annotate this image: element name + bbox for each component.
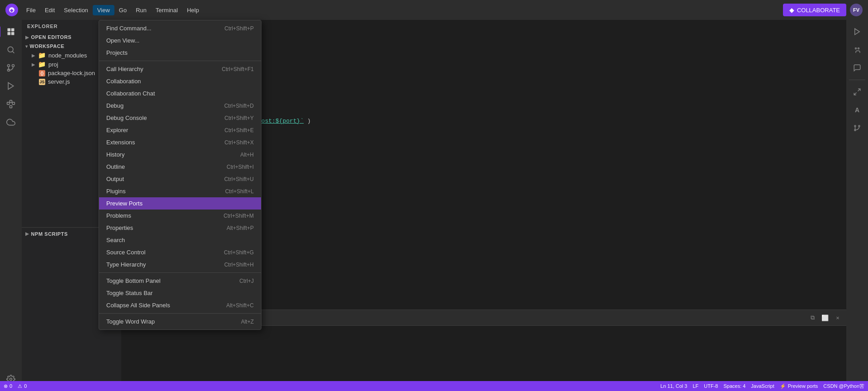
menu-terminal[interactable]: Terminal <box>151 5 182 15</box>
status-bar-right: Ln 11, Col 3 LF UTF-8 Spaces: 4 JavaScri… <box>660 383 864 390</box>
svg-point-6 <box>8 47 13 52</box>
node-modules-label: node_modules <box>48 52 87 59</box>
menu-output[interactable]: Output Ctrl+Shift+U <box>99 173 261 185</box>
status-cursor[interactable]: Ln 11, Col 3 <box>660 383 687 389</box>
svg-point-23 <box>859 125 860 127</box>
terminal-actions: ⧉ ⬜ × <box>807 313 843 323</box>
status-language[interactable]: JavaScript <box>751 383 774 389</box>
terminal-maximize-button[interactable]: ⬜ <box>820 313 830 323</box>
status-encoding[interactable]: UTF-8 <box>704 383 718 389</box>
right-resize-icon[interactable] <box>849 84 865 100</box>
collaborate-button[interactable]: ◆ COLLABORATE <box>783 4 846 16</box>
activity-explorer[interactable] <box>3 24 19 40</box>
menu-type-hierarchy[interactable]: Type Hierarchy Ctrl+Shift+H <box>99 258 261 271</box>
status-line-endings[interactable]: LF <box>693 383 698 389</box>
right-divider <box>849 80 865 80</box>
menu-toggle-bottom-panel[interactable]: Toggle Bottom Panel Ctrl+J <box>99 275 261 287</box>
error-count: 0 <box>9 383 12 389</box>
status-bar-left: ⊗ 0 ⚠ 0 <box>4 383 27 389</box>
line-endings: LF <box>693 383 698 389</box>
menu-problems[interactable]: Problems Ctrl+Shift+M <box>99 210 261 222</box>
terminal-split-button[interactable]: ⧉ <box>807 313 817 323</box>
svg-line-7 <box>13 52 14 53</box>
terminal-close-button[interactable]: × <box>833 313 843 323</box>
menu-projects[interactable]: Projects <box>99 47 261 59</box>
title-bar: ◆ File Edit Selection View Go Run Termin… <box>0 0 868 20</box>
menu-source-control[interactable]: Source Control Ctrl+Shift+G <box>99 246 261 258</box>
activity-source-control[interactable] <box>3 60 19 76</box>
right-git-icon[interactable] <box>849 120 865 136</box>
menu-properties[interactable]: Properties Alt+Shift+P <box>99 222 261 234</box>
menu-find-command[interactable]: Find Command... Ctrl+Shift+P <box>99 22 261 34</box>
menu-debug-console[interactable]: Debug Console Ctrl+Shift+Y <box>99 112 261 124</box>
chevron-right-icon: ▶ <box>32 53 35 58</box>
menu-toggle-word-wrap[interactable]: Toggle Word Wrap Alt+Z <box>99 315 261 328</box>
menu-go[interactable]: Go <box>114 5 131 15</box>
menu-history[interactable]: History Alt+H <box>99 148 261 161</box>
status-indentation[interactable]: Spaces: 4 <box>723 383 745 389</box>
status-preview-ports[interactable]: ⚡ Preview ports <box>780 383 818 389</box>
right-font-icon[interactable]: A <box>849 102 865 118</box>
activity-bar <box>0 20 22 391</box>
avatar[interactable]: FV <box>850 4 863 16</box>
chevron-right-icon: ▶ <box>25 35 29 40</box>
svg-line-20 <box>858 89 860 91</box>
error-icon: ⊗ <box>4 383 8 389</box>
svg-point-22 <box>854 125 856 127</box>
menu-outline[interactable]: Outline Ctrl+Shift+I <box>99 161 261 173</box>
right-comment-icon[interactable] <box>849 60 865 76</box>
activity-search[interactable] <box>3 42 19 58</box>
menu-search[interactable]: Search <box>99 234 261 246</box>
menu-divider-2 <box>99 272 261 273</box>
menu-open-view[interactable]: Open View... <box>99 34 261 47</box>
activity-extensions[interactable] <box>3 96 19 112</box>
menu-selection[interactable]: Selection <box>59 5 92 15</box>
status-csdn[interactable]: CSDN @Python苦 <box>823 383 864 390</box>
right-broadcast-icon[interactable] <box>849 24 865 40</box>
collaborate-icon: ◆ <box>789 6 794 14</box>
status-errors[interactable]: ⊗ 0 <box>4 383 12 389</box>
app-logo: ◆ <box>5 4 18 16</box>
menu-toggle-status-bar[interactable]: Toggle Status Bar <box>99 287 261 299</box>
npm-scripts-label: NPM SCRIPTS <box>31 231 68 237</box>
svg-rect-4 <box>8 32 11 35</box>
activity-cloud[interactable] <box>3 114 19 130</box>
menu-debug[interactable]: Debug Ctrl+Shift+D <box>99 100 261 112</box>
svg-rect-15 <box>10 105 12 108</box>
chevron-right-icon: ▶ <box>32 62 35 67</box>
menu-preview-ports[interactable]: Preview Ports <box>99 197 261 210</box>
proj-label: proj <box>48 61 58 68</box>
menu-edit[interactable]: Edit <box>40 5 59 15</box>
svg-rect-13 <box>12 102 14 105</box>
menu-collapse-all-side-panels[interactable]: Collapse All Side Panels Alt+Shift+C <box>99 299 261 311</box>
menu-collaboration-chat[interactable]: Collaboration Chat <box>99 87 261 100</box>
svg-text:◆: ◆ <box>10 8 14 13</box>
activity-run[interactable] <box>3 78 19 94</box>
workspace-label: WORKSPACE <box>30 43 65 49</box>
folder-icon: 📁 <box>38 52 46 59</box>
menu-collaboration[interactable]: Collaboration <box>99 75 261 87</box>
svg-rect-12 <box>7 102 9 105</box>
status-warnings[interactable]: ⚠ 0 <box>18 383 27 389</box>
svg-point-18 <box>858 48 859 49</box>
right-persons-icon[interactable] <box>849 42 865 58</box>
status-bar: ⊗ 0 ⚠ 0 Ln 11, Col 3 LF UTF-8 Spaces: 4 … <box>0 381 868 391</box>
chevron-down-icon: ▾ <box>25 44 28 49</box>
menu-explorer[interactable]: Explorer Ctrl+Shift+E <box>99 124 261 136</box>
menu-plugins[interactable]: Plugins Ctrl+Shift+L <box>99 185 261 197</box>
svg-line-21 <box>854 93 856 95</box>
warning-icon: ⚠ <box>18 383 22 389</box>
svg-marker-11 <box>8 83 14 90</box>
chevron-right-icon: ▶ <box>25 231 29 236</box>
menu-extensions[interactable]: Extensions Ctrl+Shift+X <box>99 136 261 148</box>
menu-bar: File Edit Selection View Go Run Terminal… <box>22 5 204 15</box>
menu-view[interactable]: View <box>93 5 114 15</box>
svg-point-19 <box>855 48 857 49</box>
preview-ports-icon: ⚡ <box>780 383 786 389</box>
indentation: Spaces: 4 <box>723 383 745 389</box>
menu-run[interactable]: Run <box>131 5 151 15</box>
menu-help[interactable]: Help <box>182 5 204 15</box>
menu-file[interactable]: File <box>22 5 40 15</box>
menu-call-hierarchy[interactable]: Call Hierarchy Ctrl+Shift+F1 <box>99 63 261 75</box>
js-file-icon: JS <box>39 79 45 85</box>
